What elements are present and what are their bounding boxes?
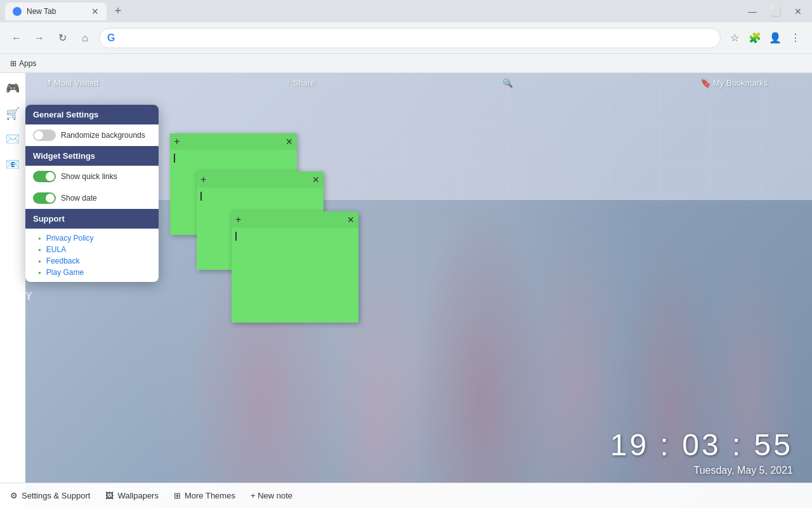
- account-icon[interactable]: 👤: [766, 29, 784, 47]
- title-bar-controls: — ⬜ ✕: [743, 3, 807, 20]
- sticky-note-1-close[interactable]: ✕: [285, 137, 293, 147]
- settings-panel: General Settings Randomize backgrounds W…: [25, 105, 159, 282]
- my-bookmarks-link[interactable]: 🔖 My Bookmarks: [700, 78, 768, 88]
- google-logo: G: [107, 32, 115, 44]
- browser-frame: New Tab ✕ + — ⬜ ✕ ← → ↻ ⌂ G ☆ 🧩 👤 ⋮ ⊞ Ap: [0, 0, 812, 508]
- most-visited-icon: ↺: [44, 78, 51, 88]
- most-visited-label: Most Visited: [54, 78, 99, 88]
- settings-support-label: Settings & Support: [22, 491, 90, 500]
- tab-title: New Tab: [27, 7, 56, 16]
- randomize-bg-row: Randomize backgrounds: [25, 124, 159, 146]
- sticky-note-2-add[interactable]: +: [200, 174, 206, 185]
- address-bar-icons: ☆ 🧩 👤 ⋮: [726, 29, 804, 47]
- new-note-label: + New note: [251, 491, 292, 500]
- privacy-policy-link[interactable]: Privacy Policy: [46, 234, 94, 243]
- clock-date: Tuesday, May 5, 2021: [610, 465, 793, 476]
- support-header: Support: [25, 209, 159, 229]
- refresh-button[interactable]: ↻: [53, 29, 71, 47]
- search-center-icon[interactable]: 🔍: [502, 78, 513, 88]
- wallpapers-label: Wallpapers: [117, 491, 159, 500]
- url-bar[interactable]: G: [99, 28, 721, 48]
- play-game-link[interactable]: Play Game: [46, 268, 84, 277]
- bookmarks-icon: 🔖: [700, 78, 710, 88]
- wallpaper-icon: 🖼: [105, 491, 114, 500]
- sticky-note-3-close[interactable]: ✕: [347, 215, 355, 225]
- back-button[interactable]: ←: [8, 29, 25, 47]
- sticky-cursor-2: [200, 192, 202, 201]
- share-label: Share: [293, 78, 315, 88]
- widget-settings-header: Widget Settings: [25, 146, 159, 166]
- wallpapers-button[interactable]: 🖼 Wallpapers: [105, 491, 159, 500]
- my-bookmarks-label: My Bookmarks: [713, 78, 768, 88]
- apps-bookmark[interactable]: ⊞ Apps: [5, 58, 41, 69]
- show-quick-links-row: Show quick links: [25, 166, 159, 187]
- title-bar: New Tab ✕ + — ⬜ ✕: [0, 0, 812, 22]
- forward-button[interactable]: →: [30, 29, 48, 47]
- top-navigation: ↺ Most Visited ↑ Share 🔍 🔖 My Bookmarks: [32, 78, 780, 88]
- settings-gear-icon: ⚙: [10, 491, 18, 500]
- address-bar: ← → ↻ ⌂ G ☆ 🧩 👤 ⋮: [0, 22, 812, 54]
- y-label: Y: [25, 291, 32, 302]
- sticky-note-1-header: + ✕: [170, 133, 297, 150]
- maximize-button[interactable]: ⬜: [766, 3, 784, 20]
- browser-tab[interactable]: New Tab ✕: [5, 3, 107, 20]
- eula-link[interactable]: EULA: [46, 245, 66, 254]
- menu-icon[interactable]: ⋮: [787, 29, 804, 47]
- sticky-note-2-close[interactable]: ✕: [312, 175, 320, 185]
- show-date-label: Show date: [61, 194, 97, 203]
- new-note-button[interactable]: + New note: [251, 491, 292, 500]
- sticky-note-3-body[interactable]: [232, 228, 358, 323]
- settings-support-button[interactable]: ⚙ Settings & Support: [10, 491, 90, 500]
- apps-label: Apps: [19, 59, 36, 68]
- sticky-note-1-add[interactable]: +: [174, 136, 180, 147]
- more-themes-button[interactable]: ⊞ More Themes: [174, 491, 235, 500]
- most-visited-link[interactable]: ↺ Most Visited: [44, 78, 99, 88]
- close-button[interactable]: ✕: [789, 3, 807, 20]
- share-link[interactable]: ↑ Share: [286, 78, 315, 88]
- show-date-row: Show date: [25, 187, 159, 209]
- bookmarks-bar: ⊞ Apps: [0, 54, 812, 73]
- clock-time: 19 : 03 : 55: [610, 427, 793, 462]
- sidebar-icon-games[interactable]: 🎮: [3, 78, 23, 98]
- url-input[interactable]: [119, 33, 712, 43]
- sticky-note-3-header: + ✕: [232, 211, 358, 228]
- star-icon[interactable]: ☆: [726, 29, 743, 47]
- sticky-note-2-header: + ✕: [197, 171, 324, 188]
- sidebar-icon-amazon[interactable]: 🛒: [3, 104, 23, 124]
- more-themes-label: More Themes: [185, 491, 235, 500]
- sidebar-icon-gmail[interactable]: ✉️: [3, 129, 23, 149]
- sticky-note-3-add[interactable]: +: [235, 214, 241, 225]
- feedback-link[interactable]: Feedback: [46, 257, 80, 265]
- sticky-note-3[interactable]: + ✕: [232, 211, 358, 323]
- minimize-button[interactable]: —: [743, 3, 761, 20]
- clock-widget: 19 : 03 : 55 Tuesday, May 5, 2021: [610, 427, 793, 476]
- home-button[interactable]: ⌂: [76, 29, 94, 47]
- apps-grid-icon: ⊞: [10, 59, 16, 68]
- general-settings-header: General Settings: [25, 105, 159, 124]
- show-quick-links-toggle[interactable]: [33, 171, 56, 182]
- sticky-cursor-3: [235, 232, 237, 241]
- randomize-bg-toggle[interactable]: [33, 130, 56, 141]
- sidebar-icons: 🎮 🛒 ✉️ 📧 Y: [0, 73, 25, 508]
- sidebar-icon-email[interactable]: 📧: [3, 154, 23, 175]
- new-tab-button[interactable]: +: [109, 3, 127, 20]
- tab-favicon: [13, 7, 22, 16]
- show-quick-links-label: Show quick links: [61, 172, 117, 181]
- extensions-icon[interactable]: 🧩: [746, 29, 764, 47]
- bottom-bar: ⚙ Settings & Support 🖼 Wallpapers ⊞ More…: [0, 483, 812, 508]
- tab-close-button[interactable]: ✕: [91, 6, 99, 17]
- main-content: 🎮 🛒 ✉️ 📧 Y ↺ Most Visited ↑ Share 🔍 🔖 My…: [0, 73, 812, 508]
- show-date-toggle[interactable]: [33, 192, 56, 204]
- share-icon: ↑: [286, 78, 291, 88]
- sticky-cursor-1: [174, 154, 175, 163]
- themes-grid-icon: ⊞: [174, 491, 181, 500]
- search-icon: 🔍: [502, 78, 513, 88]
- randomize-bg-label: Randomize backgrounds: [61, 131, 145, 140]
